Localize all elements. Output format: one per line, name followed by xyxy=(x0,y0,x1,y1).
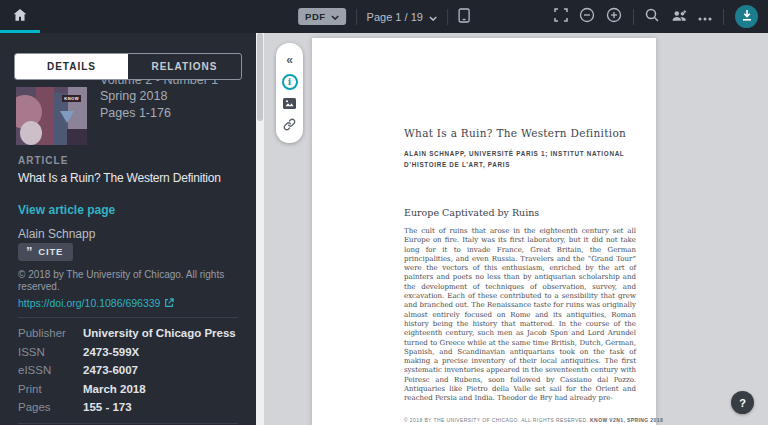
issue-pages: Pages 1-176 xyxy=(100,105,171,122)
active-section-underline xyxy=(0,30,40,33)
doi-link[interactable]: https://doi.org/10.1086/696339 xyxy=(18,297,160,310)
toolbar-divider xyxy=(447,9,448,25)
toolbar-divider xyxy=(723,9,724,25)
metadata-label: Publisher xyxy=(18,327,83,339)
format-label: PDF xyxy=(305,11,326,22)
reader-view-button[interactable] xyxy=(458,8,470,26)
chevron-down-icon xyxy=(331,11,339,22)
tab-details[interactable]: DETAILS xyxy=(15,54,128,79)
details-sidebar: DETAILS RELATIONS Volume 2 • Number 1 KN… xyxy=(0,33,256,425)
figures-button[interactable] xyxy=(276,93,303,115)
question-mark-icon: ? xyxy=(739,397,746,409)
metadata-label: ISSN xyxy=(18,346,83,358)
cite-label: CITE xyxy=(38,246,63,257)
chevron-down-icon xyxy=(429,11,437,23)
plus-circle-icon xyxy=(606,7,622,26)
home-icon xyxy=(12,7,28,26)
metadata-value: 155 - 173 xyxy=(83,401,238,413)
floating-toolbar: « i xyxy=(276,43,303,143)
help-button[interactable]: ? xyxy=(731,391,754,414)
collapse-panel-button[interactable]: « xyxy=(276,49,303,71)
sidebar-divider xyxy=(18,423,238,424)
metadata-value: March 2018 xyxy=(83,383,238,395)
section-heading: Europe Captivated by Ruins xyxy=(404,207,636,219)
tab-relations[interactable]: RELATIONS xyxy=(128,54,241,79)
article-title: What Is a Ruin? The Western Definition xyxy=(18,170,238,186)
quote-icon: ” xyxy=(26,248,33,256)
search-button[interactable] xyxy=(645,8,659,25)
sidebar-divider xyxy=(18,317,238,318)
search-icon xyxy=(645,8,659,25)
scrollbar-thumb[interactable] xyxy=(257,33,263,121)
zoom-out-button[interactable] xyxy=(579,7,595,26)
cite-button[interactable]: ” CITE xyxy=(18,243,73,261)
article-viewer-app: PDF Page 1 / 19 xyxy=(0,0,768,425)
scrollbar-track xyxy=(256,33,264,425)
metadata-value: 2473-6007 xyxy=(83,364,238,376)
document-byline: ALAIN SCHNAPP, UNIVERSITÉ PARIS 1; INSTI… xyxy=(404,148,636,170)
document-footer: © 2018 BY THE UNIVERSITY OF CHICAGO. ALL… xyxy=(404,417,636,423)
page-selector[interactable]: Page 1 / 19 xyxy=(367,11,437,23)
document-title: What Is a Ruin? The Western Definition xyxy=(404,127,636,140)
download-button[interactable] xyxy=(735,5,758,28)
article-kicker: ARTICLE xyxy=(18,155,238,167)
metadata-value: University of Chicago Press xyxy=(83,327,238,339)
article-author: Alain Schnapp xyxy=(18,227,238,241)
external-link-icon xyxy=(164,294,174,312)
info-button[interactable]: i xyxy=(276,71,303,93)
issue-info-row: KNOW Spring 2018 Pages 1-176 xyxy=(16,87,256,145)
link-icon xyxy=(283,118,296,134)
metadata-value: 2473-599X xyxy=(83,346,238,358)
tablet-icon xyxy=(458,8,470,26)
view-article-page-link[interactable]: View article page xyxy=(18,203,238,218)
format-select-button[interactable]: PDF xyxy=(298,8,346,25)
link-button[interactable] xyxy=(276,115,303,137)
info-icon: i xyxy=(282,74,298,90)
toolbar-divider xyxy=(633,9,634,25)
copyright-text: © 2018 by The University of Chicago. All… xyxy=(18,269,238,293)
download-icon xyxy=(741,9,753,24)
home-button[interactable] xyxy=(12,7,28,26)
image-icon xyxy=(283,97,296,112)
share-access-button[interactable] xyxy=(670,9,687,25)
cover-badge: KNOW xyxy=(62,95,81,102)
minus-circle-icon xyxy=(579,7,595,26)
issue-season: Spring 2018 xyxy=(100,88,171,105)
document-body-text: The cult of ruins that arose in the eigh… xyxy=(404,227,636,404)
ellipsis-icon xyxy=(698,9,712,24)
add-users-icon xyxy=(670,9,687,25)
issue-volume-line-clipped: Volume 2 • Number 1 xyxy=(100,80,256,87)
double-chevron-left-icon: « xyxy=(286,54,293,66)
sidebar-tabbar: DETAILS RELATIONS xyxy=(14,53,242,80)
zoom-in-button[interactable] xyxy=(606,7,622,26)
pdf-viewer: « i What Is a Ruin? The Western Definiti… xyxy=(256,33,768,425)
page-indicator: Page 1 / 19 xyxy=(367,11,423,23)
fullscreen-icon xyxy=(554,8,568,25)
metadata-table: Publisher University of Chicago Press IS… xyxy=(18,327,238,413)
fullscreen-button[interactable] xyxy=(554,8,568,25)
metadata-label: Print xyxy=(18,383,83,395)
metadata-label: Pages xyxy=(18,401,83,413)
toolbar-divider xyxy=(356,9,357,25)
top-toolbar: PDF Page 1 / 19 xyxy=(0,0,768,33)
journal-cover-thumbnail: KNOW xyxy=(16,87,87,145)
more-options-button[interactable] xyxy=(698,9,712,24)
metadata-label: eISSN xyxy=(18,364,83,376)
pdf-page: What Is a Ruin? The Western Definition A… xyxy=(312,38,656,425)
